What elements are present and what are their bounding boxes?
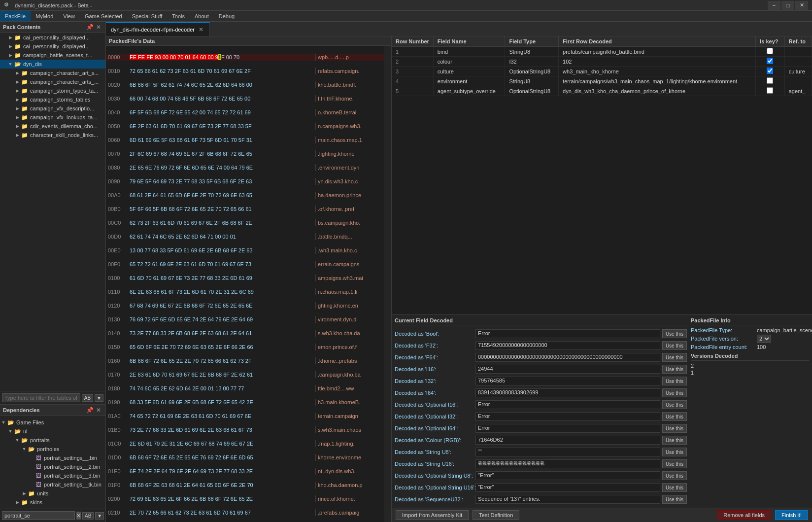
tree-item-char-art2[interactable]: ▶ 📁 campaign_character_arts_... [0,77,105,86]
decoded-f32-label: Decoded as 'F32': [395,343,474,348]
file-icon: 🖼 [34,481,42,488]
use-this-colour-button[interactable]: Use this [662,436,687,445]
portrait-clear-button[interactable]: ✕ [76,512,81,520]
use-this-f64-button[interactable]: Use this [662,353,687,362]
menu-debug[interactable]: Debug [214,11,239,21]
tree-item-storm-types[interactable]: ▶ 📁 campaign_storm_types_ta... [0,86,105,95]
tree-item-ui[interactable]: ▼ 📂 ui [0,427,105,436]
menu-game-selected[interactable]: Game Selected [80,11,127,21]
import-assembly-button[interactable]: Import from Assembly Kit [396,510,469,520]
use-this-sequ32-button[interactable]: Use this [662,495,687,504]
portrait-search-input[interactable] [2,511,75,520]
use-this-f32-button[interactable]: Use this [662,341,687,350]
folder-icon: 📁 [21,69,29,77]
pack-search-input[interactable] [2,393,80,402]
tree-item-portrait2[interactable]: 🖼 portrait_settings__2.bin [0,462,105,471]
table-row: 4 environment StringU8 terrain/campaigns… [392,76,812,86]
tree-item-portrait3[interactable]: 🖼 portrait_settings__3.bin [0,471,105,480]
maximize-button[interactable]: □ [781,1,794,10]
window-controls: − □ ✕ [768,1,808,10]
tree-item-vfx-lookups[interactable]: ▶ 📁 campaign_vfx_lookups_ta... [0,113,105,122]
menu-mymod[interactable]: MyMod [31,11,58,21]
tree-item-char-art1[interactable]: ▶ 📁 campaign_character_art_s... [0,69,105,77]
version-item-1: 1 [691,370,809,376]
decoded-optstru8-row: Decoded as 'Optional String U8': "Error"… [395,471,687,480]
decoded-opti16-row: Decoded as 'Optional I16': Error Use thi… [395,400,687,409]
version-select[interactable]: 2 1 [757,335,771,343]
hex-scrollbar[interactable] [384,46,391,522]
pack-pin-button[interactable]: 📌 [86,23,94,31]
tree-item-cai2[interactable]: ▶ 📁 cai_personality_displayed... [0,42,105,51]
tree-item-vfx-desc[interactable]: ▶ 📁 campaign_vfx_descriptio... [0,104,105,113]
use-this-optstru16-button[interactable]: Use this [662,483,687,492]
pack-search-drop-button[interactable]: ▼ [95,394,103,402]
tree-item-cai1[interactable]: ▶ 📁 cai_personality_displayed... [0,33,105,42]
tree-item-charskill[interactable]: ▶ 📁 character_skill_node_links... [0,131,105,139]
test-definition-button[interactable]: Test Definition [473,510,519,520]
portrait-search: ✕ AB ▼ [0,509,105,522]
decoded-colour-label: Decoded as 'Colour (RGB)': [395,437,474,443]
menu-special-stuff[interactable]: Special Stuff [127,11,168,21]
use-this-i32-button[interactable]: Use this [662,377,687,385]
use-this-opti32-button[interactable]: Use this [662,412,687,421]
dependencies-header: Dependencies 📌 ✕ [0,405,105,416]
packed-count-value: 100 [757,344,809,350]
minimize-button[interactable]: − [768,1,780,10]
use-this-i16-button[interactable]: Use this [662,365,687,374]
tree-item-campaign-battle[interactable]: ▶ 📁 campaign_battle_scenes_t... [0,51,105,60]
folder-icon: 📁 [14,34,22,41]
tree-item-portrait4[interactable]: 🖼 portrait_settings__tk.bin [0,480,105,489]
tree-item-portholes[interactable]: ▼ 📂 portholes [0,445,105,453]
tree-item-portraits[interactable]: ▼ 📂 portraits [0,436,105,445]
portrait-ab-button[interactable]: AB [82,512,94,520]
tree-item-storms[interactable]: ▶ 📁 campaign_storms_tables [0,95,105,104]
remove-all-fields-button[interactable]: Remove all fields [717,510,771,520]
decoded-i16-label: Decoded as 'I16': [395,366,474,372]
deps-close-button[interactable]: ✕ [95,406,102,414]
tree-item-dyndis[interactable]: ▼ 📂 dyn_dis [0,60,105,69]
tree-item-portrait1[interactable]: 🖼 portrait_settings__.bin [0,453,105,462]
menu-view[interactable]: View [58,11,80,21]
hex-scroll[interactable]: 0000FE FE FE 93 00 00 70 01 64 60 00 91F… [106,46,384,522]
use-this-stru16-button[interactable]: Use this [662,459,687,468]
tree-item-units[interactable]: ▶ 📁 units [0,489,105,498]
decoded-optstru16-row: Decoded as 'Optional String U16': "Error… [395,483,687,492]
tree-item-cdir[interactable]: ▶ 📁 cdir_events_dilemma_cho... [0,122,105,131]
decoded-f32-row: Decoded as 'F32': 7155492000000000000000… [395,341,687,350]
menubar: PackFile MyMod View Game Selected Specia… [0,11,812,22]
use-this-opti64-button[interactable]: Use this [662,424,687,433]
tab-decoder[interactable]: dyn_dis-rfm-decoder-rfpm-decoder ✕ [106,22,210,36]
tab-close-button[interactable]: ✕ [198,26,204,33]
decoded-i64-row: Decoded as 'I64': 83914390880833902699 U… [395,388,687,397]
deps-pin-button[interactable]: 📌 [86,406,94,414]
menu-tools[interactable]: Tools [167,11,190,21]
decoded-sequ32-label: Decoded as 'SequenceU32': [395,496,474,502]
portrait-drop-button[interactable]: ▼ [95,512,104,520]
main-layout: Pack Contents 📌 ✕ ▶ 📁 cai_personality_di… [0,22,812,522]
decoded-i64-value: 83914390880833902699 [475,388,660,397]
hex-grid: 0000FE FE FE 93 00 00 70 01 64 60 00 91F… [106,46,384,522]
col-ref-to: Ref. to [784,36,812,47]
menu-packfile[interactable]: PackFile [0,11,31,21]
use-this-i64-button[interactable]: Use this [662,388,687,397]
use-this-bool-button[interactable]: Use this [662,329,687,338]
pack-close-button[interactable]: ✕ [95,23,102,31]
file-icon: 🖼 [34,463,42,471]
use-this-stru8-button[interactable]: Use this [662,448,687,456]
use-this-optstru8-button[interactable]: Use this [662,471,687,480]
tree-item-skins[interactable]: ▶ 📁 skins [0,498,105,507]
decoded-i32-value: 795764585 [475,377,660,385]
pack-search-ab-button[interactable]: AB [82,394,93,402]
tree-item-game-files[interactable]: ▼ 📂 Game Files [0,418,105,427]
use-this-opti16-button[interactable]: Use this [662,400,687,409]
decoded-bool-label: Decoded as 'Bool': [395,331,474,337]
menu-about[interactable]: About [190,11,214,21]
packed-file-title: PackedFile's Data [106,36,391,46]
packed-info-title: PackedFile Info [691,317,809,325]
close-button[interactable]: ✕ [795,1,808,10]
decoded-opti16-label: Decoded as 'Optional I16': [395,402,474,408]
decoded-opti32-label: Decoded as 'Optional I32': [395,414,474,419]
finish-it-button[interactable]: Finish it! [775,510,808,520]
decoded-colour-row: Decoded as 'Colour (RGB)': 71646D62 Use … [395,436,687,445]
decoded-left: Current Field Decoded Decoded as 'Bool':… [395,317,687,505]
